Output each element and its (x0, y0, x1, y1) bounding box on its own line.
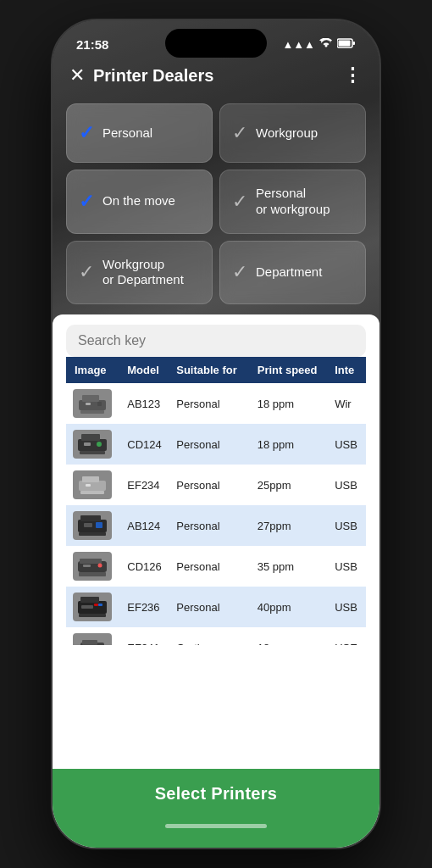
select-button-wrap: Select Printers (53, 769, 379, 848)
printer-thumbnail (73, 430, 112, 459)
table-row[interactable]: AB124 Personal 27ppm USB (66, 505, 366, 546)
svg-rect-16 (86, 484, 91, 487)
check-active-icon-2: ✓ (79, 191, 94, 213)
cell-speed: 18 ppm (252, 383, 330, 424)
cell-speed: 18 ppm (252, 627, 330, 645)
printer-thumbnail (73, 552, 112, 581)
svg-point-12 (97, 442, 102, 447)
svg-rect-9 (81, 434, 100, 441)
phone-content: ✕ Printer Dealers ⋮ ✓ Personal ✓ Workgro… (53, 20, 379, 848)
category-grid: ✓ Personal ✓ Workgroup ✓ On the move ✓ P… (53, 97, 379, 314)
cell-speed: 18 ppm (252, 424, 330, 465)
cell-suitable: Personal (171, 465, 252, 505)
home-indicator (165, 824, 267, 828)
category-tile-personal[interactable]: ✓ Personal (66, 103, 213, 163)
select-printers-button[interactable]: Select Printers (53, 769, 379, 819)
cell-speed: 35 ppm (252, 546, 330, 587)
svg-rect-25 (83, 565, 91, 567)
battery-icon (337, 38, 356, 51)
svg-rect-2 (353, 42, 356, 45)
cell-speed: 27ppm (252, 505, 330, 546)
printer-thumbnail (73, 633, 112, 645)
category-tile-workgroup[interactable]: ✓ Workgroup (219, 103, 366, 163)
table-row[interactable]: CD124 Personal 18 ppm USB (66, 424, 366, 465)
category-tile-department[interactable]: ✓ Department (219, 241, 366, 305)
tile-label-personal: Personal (102, 125, 152, 142)
more-menu-button[interactable]: ⋮ (343, 64, 363, 86)
category-tile-workgroup-department[interactable]: ✓ Workgroup or Department (66, 241, 213, 305)
svg-rect-29 (79, 614, 106, 617)
wifi-icon (319, 38, 333, 51)
svg-point-26 (98, 564, 102, 568)
cell-image (66, 465, 122, 505)
svg-rect-10 (80, 451, 105, 454)
category-tile-on-the-move[interactable]: ✓ On the move (66, 170, 213, 234)
svg-rect-8 (78, 439, 107, 451)
cell-suitable: Personal (171, 587, 252, 627)
tile-label-workgroup-department: Workgroup or Department (102, 257, 184, 289)
cell-interface: USB (330, 587, 366, 627)
svg-rect-28 (80, 597, 99, 603)
search-bar (66, 325, 366, 357)
svg-rect-5 (80, 410, 104, 414)
svg-rect-21 (96, 522, 102, 528)
cell-model: CD126 (122, 546, 171, 587)
svg-rect-32 (98, 604, 102, 606)
col-header-suitable: Suitable for (171, 357, 252, 383)
cell-model: EF234 (122, 465, 171, 505)
cell-image (66, 383, 122, 424)
cell-model: AB123 (122, 383, 171, 424)
cell-image (66, 587, 122, 627)
svg-rect-7 (97, 402, 102, 406)
check-inactive-icon-3: ✓ (79, 261, 94, 283)
printer-table: Image Model Suitable for Print speed Int… (66, 357, 366, 645)
cell-interface: USB (330, 465, 366, 505)
close-button[interactable]: ✕ (69, 66, 85, 85)
check-inactive-icon: ✓ (232, 122, 247, 144)
table-row[interactable]: EF234 Personal 25ppm USB (66, 465, 366, 505)
cell-image (66, 505, 122, 546)
cell-speed: 40ppm (252, 587, 330, 627)
tile-label-on-the-move: On the move (102, 193, 175, 209)
cell-interface: USB (330, 505, 366, 546)
svg-rect-11 (84, 442, 91, 446)
dynamic-island (165, 29, 267, 58)
tile-label-workgroup: Workgroup (256, 125, 318, 142)
table-row[interactable]: CD126 Personal 35 ppm USB (66, 546, 366, 587)
table-header-row: Image Model Suitable for Print speed Int… (66, 357, 366, 383)
search-section: Image Model Suitable for Print speed Int… (53, 314, 379, 848)
tile-label-department: Department (256, 264, 322, 281)
cell-interface: USB (330, 424, 366, 465)
printer-table-container: Image Model Suitable for Print speed Int… (66, 357, 366, 645)
cell-image (66, 627, 122, 645)
cell-speed: 25ppm (252, 465, 330, 505)
check-active-icon: ✓ (79, 122, 94, 144)
cell-model: EF241 (122, 627, 171, 645)
col-header-speed: Print speed (252, 357, 330, 383)
col-header-model: Model (122, 357, 171, 383)
table-row[interactable]: AB123 Personal 18 ppm Wir (66, 383, 366, 424)
phone-frame: 21:58 ▲▲▲ ✕ Printer D (51, 19, 381, 849)
cell-model: CD124 (122, 424, 171, 465)
cell-interface: Wir (330, 383, 366, 424)
table-row[interactable]: EF241 On the move 18 ppm USE (66, 627, 366, 645)
printer-thumbnail (73, 470, 112, 499)
cell-model: EF236 (122, 587, 171, 627)
search-input[interactable] (78, 333, 354, 348)
cell-suitable: Personal (171, 424, 252, 465)
home-indicator-area (53, 819, 379, 848)
table-row[interactable]: EF236 Personal 40ppm USB (66, 587, 366, 627)
signal-icon: ▲▲▲ (282, 38, 315, 51)
svg-rect-6 (86, 403, 91, 405)
svg-rect-14 (82, 476, 99, 482)
printer-thumbnail (73, 511, 112, 540)
cell-image (66, 546, 122, 587)
printer-thumbnail (73, 389, 112, 418)
status-icons: ▲▲▲ (282, 38, 356, 51)
category-tile-personal-workgroup[interactable]: ✓ Personal or workgroup (219, 170, 366, 234)
cell-model: AB124 (122, 505, 171, 546)
svg-rect-4 (82, 395, 99, 402)
svg-rect-30 (81, 605, 93, 609)
cell-interface: USB (330, 546, 366, 587)
printer-thumbnail (73, 593, 112, 621)
